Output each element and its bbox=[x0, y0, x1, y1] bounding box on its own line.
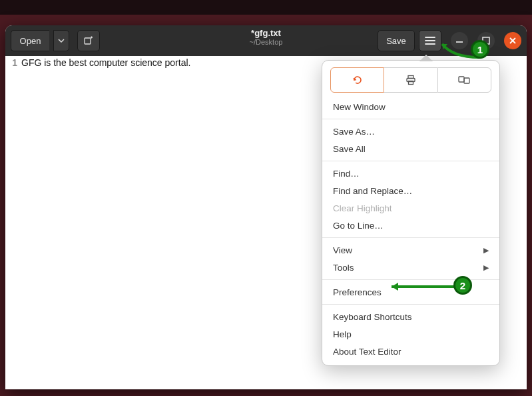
open-dropdown[interactable] bbox=[53, 30, 69, 51]
separator bbox=[322, 304, 499, 305]
menu-view-label: View bbox=[333, 245, 352, 255]
popover-icon-row bbox=[330, 67, 491, 93]
line-number: 1 bbox=[5, 57, 21, 68]
new-tab-icon bbox=[84, 36, 93, 45]
new-tab-button[interactable] bbox=[77, 30, 100, 51]
menu-find-replace[interactable]: Find and Replace… bbox=[322, 182, 499, 199]
open-button[interactable]: Open bbox=[11, 30, 49, 51]
menu-about[interactable]: About Text Editor bbox=[322, 343, 499, 360]
menu-save-as[interactable]: Save As… bbox=[322, 123, 499, 140]
menu-save-all[interactable]: Save All bbox=[322, 140, 499, 157]
print-button[interactable] bbox=[384, 67, 437, 93]
menu-new-window[interactable]: New Window bbox=[322, 98, 499, 115]
fullscreen-button[interactable] bbox=[437, 67, 491, 93]
menu-clear-highlight: Clear Highlight bbox=[322, 199, 499, 217]
svg-rect-0 bbox=[85, 38, 91, 44]
hamburger-popover: New Window Save As… Save All Find… Find … bbox=[322, 60, 500, 366]
annotation-arrow-2 bbox=[384, 280, 463, 293]
fullscreen-icon bbox=[457, 75, 471, 85]
separator bbox=[322, 237, 499, 238]
separator bbox=[322, 119, 499, 119]
chevron-down-icon bbox=[58, 37, 65, 44]
menu-shortcuts[interactable]: Keyboard Shortcuts bbox=[322, 308, 499, 325]
reload-button[interactable] bbox=[330, 67, 384, 93]
hamburger-menu-button[interactable] bbox=[419, 30, 441, 51]
menu-find[interactable]: Find… bbox=[322, 165, 499, 182]
reload-icon bbox=[352, 74, 364, 86]
menu-view[interactable]: View ▶ bbox=[322, 241, 499, 259]
desktop-topbar bbox=[0, 0, 532, 15]
svg-rect-6 bbox=[464, 78, 469, 83]
chevron-right-icon: ▶ bbox=[483, 263, 489, 272]
svg-rect-5 bbox=[459, 77, 464, 82]
close-button[interactable] bbox=[504, 32, 521, 49]
close-icon bbox=[504, 32, 521, 49]
menu-help[interactable]: Help bbox=[322, 325, 499, 343]
annotation-badge-2: 2 bbox=[453, 276, 472, 295]
annotation-badge-1: 1 bbox=[471, 40, 489, 59]
menu-tools[interactable]: Tools ▶ bbox=[322, 259, 499, 276]
print-icon bbox=[405, 74, 417, 86]
hamburger-icon bbox=[425, 37, 435, 45]
separator bbox=[322, 161, 499, 161]
menu-tools-label: Tools bbox=[333, 263, 354, 273]
line-text: GFG is the best computer science portal. bbox=[21, 57, 190, 68]
save-button[interactable]: Save bbox=[378, 30, 415, 51]
menu-goto-line[interactable]: Go to Line… bbox=[322, 217, 499, 234]
chevron-right-icon: ▶ bbox=[483, 246, 489, 255]
